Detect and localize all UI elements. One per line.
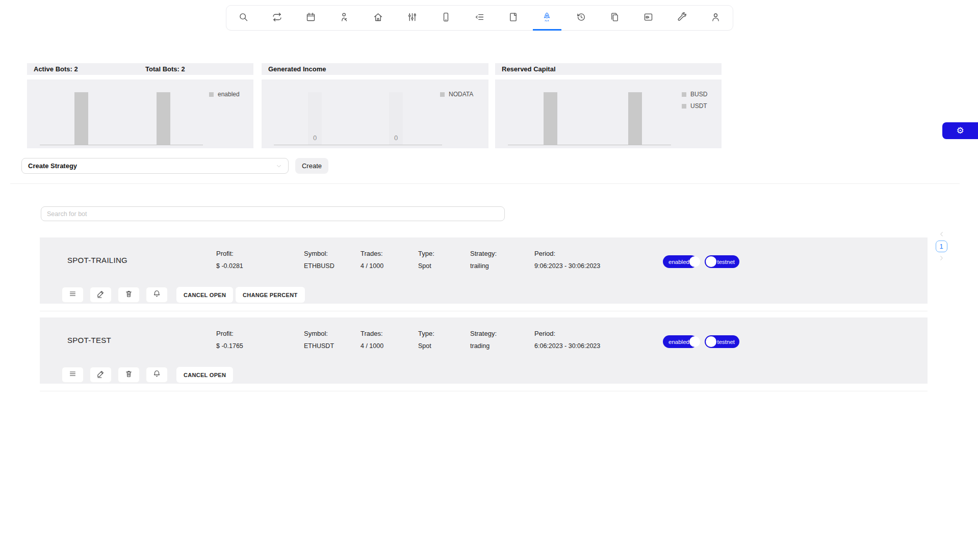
nav-mobile[interactable] bbox=[429, 6, 462, 30]
legend-usdt: USDT bbox=[682, 102, 707, 110]
bots-chart: enabled bbox=[27, 79, 253, 148]
file-icon bbox=[508, 12, 519, 24]
nav-user[interactable] bbox=[699, 6, 733, 30]
bot-row: SPOT-TRAILING Profit: $ -0.0281 Symbol: … bbox=[40, 237, 928, 304]
field-value: $ -0.1765 bbox=[216, 342, 243, 350]
enabled-toggle[interactable]: enabled bbox=[663, 255, 698, 268]
bar bbox=[74, 92, 88, 145]
toggle-knob bbox=[706, 256, 716, 267]
field-label: Profit: bbox=[216, 250, 234, 257]
nav-user-route[interactable] bbox=[328, 6, 362, 30]
swap-icon bbox=[272, 12, 282, 24]
field-value: $ -0.0281 bbox=[216, 262, 243, 270]
cancel-open-button[interactable]: CANCEL OPEN bbox=[176, 367, 233, 383]
nav-home[interactable] bbox=[362, 6, 395, 30]
nav-calendar[interactable] bbox=[294, 6, 327, 30]
bot-edit-button[interactable] bbox=[90, 287, 112, 303]
nav-card[interactable] bbox=[631, 6, 665, 30]
legend-swatch bbox=[209, 92, 214, 97]
field-value: 9:06:2023 - 30:06:2023 bbox=[534, 262, 600, 270]
total-bots-title: Total Bots: 2 bbox=[145, 65, 185, 73]
toggle-label: testnet bbox=[717, 259, 735, 265]
bot-row: SPOT-TEST Profit: $ -0.1765 Symbol: ETHU… bbox=[40, 317, 928, 384]
nav-wrench[interactable] bbox=[665, 6, 699, 30]
capital-title: Reserved Capital bbox=[502, 65, 556, 73]
section-divider bbox=[10, 183, 960, 184]
field-label: Profit: bbox=[216, 330, 234, 337]
bot-delete-button[interactable] bbox=[118, 367, 140, 383]
income-panel-header: Generated Income bbox=[262, 63, 488, 75]
top-navbar bbox=[226, 5, 733, 31]
legend-label: NODATA bbox=[449, 91, 473, 98]
nav-search[interactable] bbox=[226, 6, 260, 30]
change-percent-button[interactable]: CHANGE PERCENT bbox=[236, 287, 305, 303]
legend-enabled: enabled bbox=[209, 91, 240, 98]
enabled-toggle[interactable]: enabled bbox=[663, 335, 698, 348]
field-label: Strategy: bbox=[470, 250, 497, 257]
field-label: Trades: bbox=[361, 250, 383, 257]
legend-label: enabled bbox=[218, 91, 240, 98]
menu-icon bbox=[68, 369, 77, 380]
x-axis bbox=[40, 145, 203, 145]
nav-sliders[interactable] bbox=[395, 6, 429, 30]
field-value: 4 / 1000 bbox=[361, 342, 383, 350]
nav-swap[interactable] bbox=[260, 6, 294, 30]
bar-value-label: 0 bbox=[308, 134, 322, 142]
bot-alerts-button[interactable] bbox=[146, 367, 168, 383]
menu-indent-icon bbox=[474, 12, 485, 24]
search-icon bbox=[238, 12, 249, 24]
trash-icon bbox=[124, 289, 133, 300]
bar bbox=[544, 92, 557, 145]
toggle-knob bbox=[706, 336, 716, 347]
nav-history[interactable] bbox=[564, 6, 598, 30]
bot-menu-button[interactable] bbox=[62, 287, 84, 303]
field-value: trading bbox=[470, 342, 490, 350]
chevron-left-icon[interactable] bbox=[938, 230, 945, 238]
user-route-icon bbox=[339, 12, 350, 24]
bot-delete-button[interactable] bbox=[118, 287, 140, 303]
settings-button[interactable]: ⚙ bbox=[942, 122, 978, 139]
user-icon bbox=[710, 12, 721, 24]
pagination: 1 bbox=[933, 230, 949, 262]
chevron-down-icon bbox=[275, 163, 282, 171]
toggle-label: enabled bbox=[668, 339, 689, 345]
field-label: Type: bbox=[418, 250, 434, 257]
field-label: Symbol: bbox=[304, 250, 328, 257]
bar bbox=[157, 92, 170, 145]
rocket-icon bbox=[542, 12, 552, 24]
chevron-right-icon[interactable] bbox=[938, 254, 945, 262]
create-button[interactable]: Create bbox=[295, 158, 328, 174]
testnet-toggle[interactable]: testnet bbox=[705, 335, 739, 348]
income-chart: 0 0 NODATA bbox=[262, 79, 488, 148]
toggle-knob bbox=[689, 256, 700, 267]
toggle-knob bbox=[689, 336, 700, 347]
cancel-open-button[interactable]: CANCEL OPEN bbox=[176, 287, 233, 303]
bell-icon bbox=[152, 289, 161, 300]
field-value: ETHUSDT bbox=[304, 342, 334, 350]
nav-menu-indent[interactable] bbox=[462, 6, 496, 30]
bot-alerts-button[interactable] bbox=[146, 287, 168, 303]
testnet-toggle[interactable]: testnet bbox=[705, 255, 739, 268]
create-strategy-select[interactable]: Create Strategy bbox=[21, 158, 289, 174]
search-input[interactable] bbox=[41, 206, 505, 221]
bot-name: SPOT-TRAILING bbox=[67, 256, 127, 264]
page-number[interactable]: 1 bbox=[936, 241, 947, 252]
nav-bots-rocket[interactable] bbox=[530, 6, 564, 30]
row-divider bbox=[40, 391, 928, 391]
pencil-icon bbox=[96, 369, 105, 380]
nav-copy[interactable] bbox=[598, 6, 631, 30]
calendar-icon bbox=[305, 12, 316, 24]
bell-icon bbox=[152, 369, 161, 380]
legend-busd: BUSD bbox=[682, 91, 707, 98]
legend-label: USDT bbox=[690, 102, 707, 110]
bot-edit-button[interactable] bbox=[90, 367, 112, 383]
bot-menu-button[interactable] bbox=[62, 367, 84, 383]
nav-file[interactable] bbox=[497, 6, 530, 30]
menu-icon bbox=[68, 289, 77, 300]
history-clock-icon bbox=[576, 12, 586, 24]
x-axis bbox=[508, 145, 671, 145]
mobile-icon bbox=[441, 12, 451, 24]
home-icon bbox=[373, 12, 383, 24]
x-axis bbox=[274, 145, 442, 145]
copy-icon bbox=[609, 12, 620, 24]
